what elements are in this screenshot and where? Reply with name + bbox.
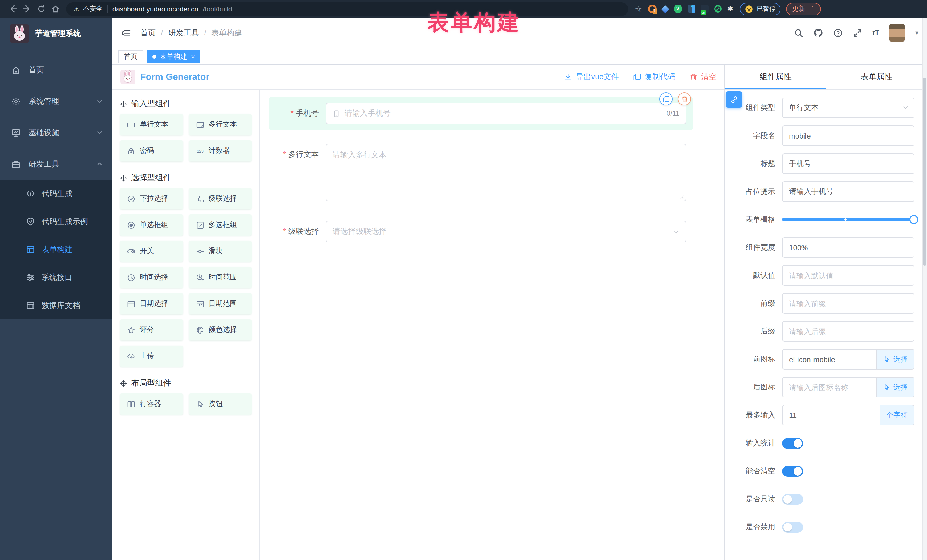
copy-field-button[interactable]	[660, 93, 673, 106]
extension-green-icon[interactable]	[714, 5, 721, 12]
palette-item-slider[interactable]: 滑块	[188, 241, 252, 262]
palette-item-rate[interactable]: 评分	[120, 319, 183, 340]
forward-button[interactable]	[20, 2, 34, 16]
tab-form-builder[interactable]: 表单构建 ×	[147, 50, 201, 63]
form-canvas[interactable]: 手机号 请输入手机号 0/11	[260, 90, 725, 560]
disabled-toggle[interactable]	[782, 522, 803, 532]
breadcrumb-home[interactable]: 首页	[140, 28, 156, 38]
sidebar-item-devtools[interactable]: 研发工具	[0, 148, 112, 180]
security-chip[interactable]: ⚠不安全	[74, 5, 103, 13]
extension-onoff-icon[interactable]: on	[701, 5, 708, 12]
palette-item-cascader[interactable]: 级联选择	[188, 188, 252, 209]
sidebar-item-home[interactable]: 首页	[0, 54, 112, 85]
panel-body: 组件类型 字段名 标题	[725, 90, 927, 560]
palette-item-counter[interactable]: 123计数器	[188, 140, 252, 161]
user-menu-caret-icon[interactable]: ▾	[915, 29, 918, 36]
palette-item-single-line-text[interactable]: 单行文本	[120, 114, 183, 135]
palette-item-radio-group[interactable]: 单选框组	[120, 214, 183, 235]
suffix-icon-select-button[interactable]: 选择	[877, 377, 915, 398]
palette-item-time-range[interactable]: 时间范围	[188, 267, 252, 288]
breadcrumb-devtools[interactable]: 研发工具	[168, 28, 199, 38]
palette-item-date-range[interactable]: 日期范围	[188, 293, 252, 314]
back-button[interactable]	[6, 2, 20, 16]
extension-v-icon[interactable]: V	[673, 5, 682, 13]
palette-item-select[interactable]: 下拉选择	[120, 188, 183, 209]
canvas-field-mobile[interactable]: 手机号 请输入手机号 0/11	[269, 97, 693, 130]
suffix-icon-input[interactable]	[782, 377, 877, 398]
palette-item-textarea[interactable]: 多行文本	[188, 114, 252, 135]
sidebar-item-codegen-demo[interactable]: 代码生成示例	[0, 208, 112, 235]
canvas-field-cascader[interactable]: 级联选择 请选择级联选择	[269, 215, 693, 248]
update-button[interactable]: 更新 ⋮	[786, 3, 821, 15]
palette-item-color-picker[interactable]: 颜色选择	[188, 319, 252, 340]
sidebar-item-infra[interactable]: 基础设施	[0, 117, 112, 148]
slider-track[interactable]	[782, 218, 915, 221]
help-icon[interactable]	[833, 28, 843, 37]
palette-icon	[196, 326, 204, 334]
placeholder-input[interactable]	[782, 181, 915, 202]
palette-item-button[interactable]: 按钮	[188, 393, 252, 414]
canvas-field-textarea[interactable]: 多行文本 请输入多行文本	[269, 138, 693, 207]
slider-handle[interactable]	[909, 215, 918, 224]
home-button[interactable]	[49, 2, 63, 16]
profile-paused-chip[interactable]: 已暂停	[740, 3, 781, 15]
export-vue-button[interactable]: 导出vue文件	[564, 72, 619, 82]
prefix-icon-input[interactable]	[782, 349, 877, 370]
prefix-icon-select-button[interactable]: 选择	[877, 349, 915, 370]
address-bar[interactable]: ⚠不安全 dashboard.yudao.iocoder.cn/tool/bui…	[66, 2, 628, 16]
resize-handle[interactable]	[679, 194, 685, 200]
link-icon-button[interactable]	[726, 91, 742, 108]
mobile-input[interactable]: 请输入手机号 0/11	[326, 103, 686, 124]
word-limit-toggle[interactable]	[782, 438, 803, 449]
component-type-select[interactable]	[782, 97, 915, 118]
sidebar-collapse-icon[interactable]	[121, 28, 131, 38]
tab-home[interactable]: 首页	[118, 50, 143, 63]
palette-item-row-container[interactable]: 行容器	[120, 393, 183, 414]
suffix-input[interactable]	[782, 321, 915, 341]
sidebar-item-db-doc[interactable]: 数据库文档	[0, 291, 112, 319]
tab-component-props[interactable]: 组件属性	[725, 65, 826, 89]
page-scrollbar[interactable]	[922, 18, 927, 560]
textarea-input[interactable]: 请输入多行文本	[326, 144, 686, 201]
extension-gem-icon[interactable]	[661, 5, 669, 13]
copy-code-button[interactable]: 复制代码	[633, 72, 675, 82]
fullscreen-icon[interactable]	[853, 28, 862, 37]
extension-pinwheel-icon[interactable]: ✱	[727, 5, 733, 13]
avatar[interactable]	[890, 24, 905, 42]
default-value-input[interactable]	[782, 265, 915, 286]
width-input[interactable]	[782, 237, 915, 258]
extension-orange-icon[interactable]: 1	[648, 5, 656, 13]
clear-button[interactable]: 清空	[690, 72, 716, 82]
browser-menu-icon[interactable]: ⋮	[809, 5, 816, 12]
sidebar-item-form-builder[interactable]: 表单构建	[0, 235, 112, 264]
app-logo-row[interactable]: 芋道管理系统	[0, 18, 112, 50]
extension-split-icon[interactable]	[688, 5, 695, 12]
title-input[interactable]	[782, 153, 915, 174]
form-grid-slider[interactable]	[782, 209, 915, 230]
prefix-input[interactable]	[782, 293, 915, 314]
bookmark-star-icon[interactable]: ☆	[635, 4, 642, 14]
palette-item-checkbox-group[interactable]: 多选框组	[188, 214, 252, 235]
palette-item-password[interactable]: 密码	[120, 140, 183, 161]
field-name-input[interactable]	[782, 126, 915, 146]
palette-item-upload[interactable]: 上传	[120, 346, 183, 367]
cascader-input[interactable]: 请选择级联选择	[326, 221, 686, 242]
palette-item-switch[interactable]: 开关	[120, 241, 183, 262]
tab-close-icon[interactable]: ×	[191, 53, 195, 60]
font-size-icon[interactable]: tT	[872, 29, 879, 37]
github-icon[interactable]	[813, 28, 823, 38]
tab-form-props[interactable]: 表单属性	[826, 65, 927, 89]
reload-button[interactable]	[34, 2, 49, 16]
delete-field-button[interactable]	[678, 93, 691, 106]
readonly-toggle[interactable]	[782, 493, 803, 504]
palette-item-date-picker[interactable]: 日期选择	[120, 293, 183, 314]
max-length-input[interactable]	[782, 405, 880, 425]
sidebar-item-codegen[interactable]: 代码生成	[0, 180, 112, 208]
sidebar-item-system-api[interactable]: 系统接口	[0, 264, 112, 291]
clearable-toggle[interactable]	[782, 466, 803, 477]
component-type-value[interactable]	[782, 97, 915, 118]
scrollbar-thumb[interactable]	[923, 77, 926, 266]
palette-item-time-picker[interactable]: 时间选择	[120, 267, 183, 288]
sidebar-item-system[interactable]: 系统管理	[0, 85, 112, 117]
search-icon[interactable]	[794, 28, 803, 37]
